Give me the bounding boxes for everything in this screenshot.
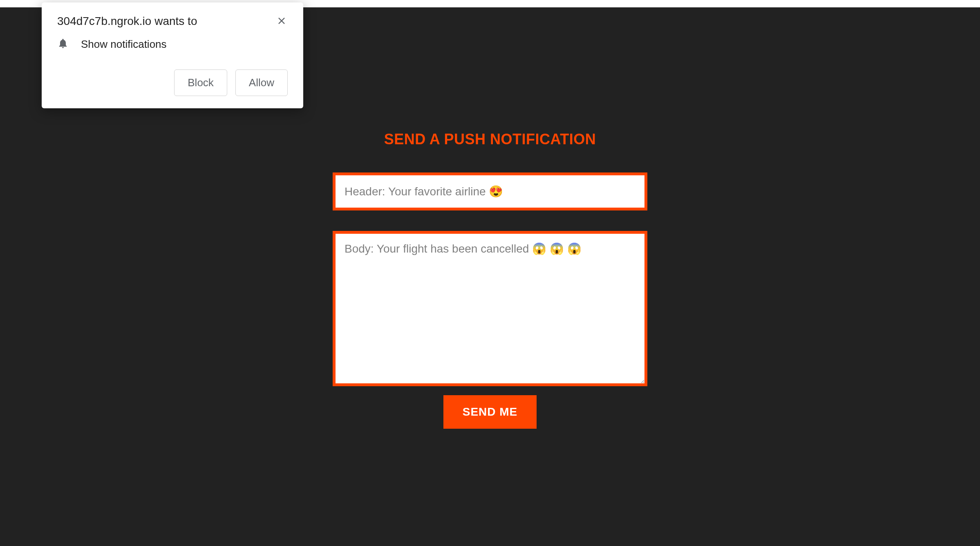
dialog-body: Show notifications: [57, 38, 288, 51]
dialog-origin-text: 304d7c7b.ngrok.io wants to: [57, 15, 197, 28]
block-button[interactable]: Block: [174, 69, 227, 96]
dialog-message: Show notifications: [81, 38, 167, 51]
page-title: SEND A PUSH NOTIFICATION: [384, 131, 596, 148]
close-icon[interactable]: [275, 15, 288, 27]
header-input[interactable]: [333, 172, 647, 210]
dialog-header: 304d7c7b.ngrok.io wants to: [57, 15, 288, 28]
bell-icon: [57, 38, 69, 51]
push-form: SEND ME: [333, 172, 647, 429]
body-textarea[interactable]: [333, 231, 647, 386]
allow-button[interactable]: Allow: [235, 69, 288, 96]
dialog-actions: Block Allow: [57, 69, 288, 96]
send-button[interactable]: SEND ME: [443, 395, 537, 429]
permission-dialog: 304d7c7b.ngrok.io wants to Show notifica…: [42, 2, 303, 108]
